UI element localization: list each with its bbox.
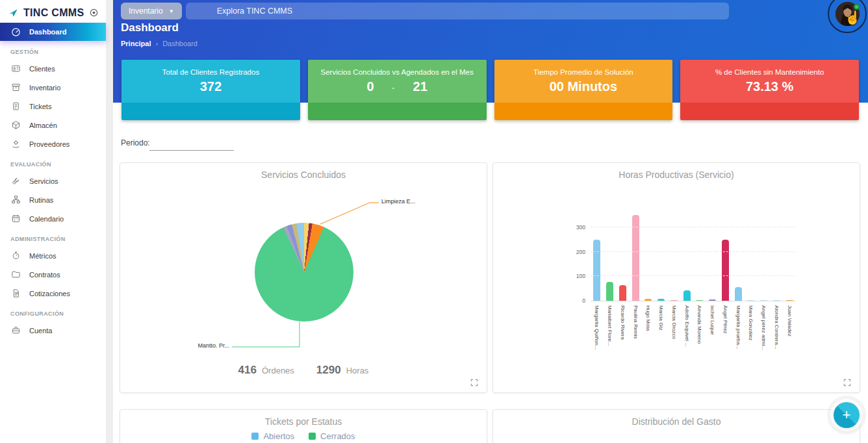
inventory-icon: [10, 82, 21, 93]
bar: [632, 215, 639, 301]
x-tick-label: Adolfo Esquivel ...: [684, 305, 690, 364]
x-tick-label: Mara González: [748, 305, 754, 364]
orders-value: 416: [238, 364, 257, 377]
bar-plot: [591, 216, 796, 301]
x-tick-label: Ixchel Luque: [709, 305, 715, 364]
sidebar-item-rutinas[interactable]: Rutinas: [0, 190, 106, 209]
kpi-total-clientes: Total de Clientes Registrados 372: [121, 60, 300, 120]
sidebar-item-label: Almacén: [29, 121, 57, 129]
context-dropdown-label: Inventario: [129, 6, 163, 16]
dashboard-icon: [10, 27, 21, 37]
sidebar-item-clientes[interactable]: Clientes: [0, 59, 106, 78]
user-menu[interactable]: ☝: [828, 0, 867, 33]
sidebar-item-almacen[interactable]: Almacén: [0, 116, 106, 134]
bar: [709, 299, 716, 301]
bar: [696, 300, 703, 301]
kpi-label: % de Clientes sin Mantenimiento: [715, 68, 824, 76]
plus-icon: +: [843, 408, 851, 422]
sidebar-scrollbar[interactable]: [106, 0, 113, 443]
chart-title: Horas Productivas (Servicio): [493, 170, 860, 180]
kpi-label: Total de Clientes Registrados: [162, 68, 260, 76]
sidebar-section-gestion: GESTIÓN: [10, 49, 106, 55]
pie-totals: 416 Órdenes 1290 Horas: [120, 364, 487, 377]
sidebar-item-dashboard[interactable]: Dashboard: [0, 23, 106, 41]
sidebar-item-tickets[interactable]: Tickets: [0, 97, 106, 116]
periodo-label: Periodo:: [121, 138, 150, 147]
bar: [747, 300, 754, 301]
x-tick-label: Marialbert Flore...: [607, 305, 613, 364]
main-content: Inventario ▼ ☝ Dashboard Principal › Das…: [113, 0, 868, 443]
sidebar-item-proveedores[interactable]: Proveedores: [0, 134, 106, 153]
sidebar-item-inventario[interactable]: Inventario: [0, 78, 106, 97]
bar: [773, 300, 780, 301]
chart-title: Tickets por Estatus: [120, 416, 487, 427]
sidebar-section-administracion: ADMINISTRACIÓN: [10, 236, 106, 242]
metrics-icon: [10, 251, 21, 261]
kpi-footer: [494, 103, 673, 120]
sidebar-item-calendario[interactable]: Calendario: [0, 209, 106, 228]
sidebar-item-label: Tickets: [29, 103, 51, 110]
app-logo: TINC CMMS: [0, 0, 106, 21]
sidebar-section-configuracion: CONFIGURACIÓN: [10, 310, 106, 317]
quotes-icon: [10, 288, 21, 299]
orders-label: Órdenes: [262, 366, 294, 375]
kpi-footer: [308, 103, 487, 120]
context-dropdown-button[interactable]: Inventario ▼: [121, 3, 182, 19]
expand-icon[interactable]: [470, 378, 479, 387]
brand-name: TINC CMMS: [23, 7, 84, 19]
bar: [786, 300, 793, 301]
kpi-tiempo-promedio: Tiempo Promedio de Solución 00 Minutos: [494, 60, 673, 120]
x-tick-label: Margarita Quiñon...: [594, 305, 600, 364]
calendar-icon: [10, 214, 21, 224]
sidebar-toggle-icon[interactable]: [90, 8, 98, 17]
legend-swatch: [309, 433, 316, 440]
folder-icon: [10, 270, 21, 280]
sidebar-item-label: Inventario: [29, 84, 60, 92]
y-tick-label: 100: [576, 273, 585, 279]
sidebar-item-label: Cuenta: [29, 327, 52, 335]
sidebar-item-cotizaciones[interactable]: Cotizaciones: [0, 284, 106, 303]
legend-cerrados[interactable]: Cerrados: [309, 431, 355, 441]
bar: [619, 285, 626, 301]
kpi-servicios-vs-agendados: Servicios Concluidos vs Agendados en el …: [308, 60, 487, 120]
card-tickets-por-estatus: Tickets por Estatus Abiertos Cerrados: [120, 409, 487, 443]
bar: [645, 299, 652, 301]
y-tick-label: 300: [576, 224, 585, 231]
breadcrumb-separator: ›: [155, 40, 158, 47]
hours-label: Horas: [346, 366, 369, 375]
kpi-value: 73.13 %: [746, 79, 793, 94]
legend-abiertos[interactable]: Abiertos: [251, 431, 294, 441]
sidebar-item-cuenta[interactable]: Cuenta: [0, 321, 106, 340]
legend-swatch: [251, 433, 259, 440]
x-tick-label: Marcia Gtz: [658, 305, 664, 364]
bar: [683, 290, 691, 301]
card-servicios-concluidos: Servicios Concluidos Limpieza E... Mantt…: [120, 162, 487, 393]
sidebar-item-label: Cotizaciones: [29, 290, 70, 297]
sidebar-item-label: Calendario: [29, 215, 64, 223]
chevron-down-icon: ▼: [169, 8, 174, 14]
hours-value: 1290: [316, 364, 341, 377]
x-tick-label: Alondra Contrera...: [774, 305, 780, 364]
bar: [593, 240, 600, 301]
breadcrumb: Principal › Dashboard: [121, 40, 198, 47]
tickets-icon: [10, 101, 21, 112]
routines-icon: [10, 195, 21, 205]
chart-title: Servicios Concluidos: [120, 170, 487, 180]
legend-label: Cerrados: [320, 431, 355, 441]
add-button[interactable]: +: [834, 402, 860, 428]
legend-label: Abiertos: [263, 431, 294, 441]
x-tick-label: Marcia Orozco: [671, 305, 677, 364]
x-tick-label: Amanda Moreno: [696, 305, 702, 364]
expand-icon[interactable]: [843, 378, 852, 387]
sidebar: TINC CMMS Dashboard GESTIÓN Clientes Inv…: [0, 0, 106, 443]
periodo-input[interactable]: [149, 134, 234, 151]
card-horas-productivas: Horas Productivas (Servicio) 0100200300 …: [492, 162, 860, 393]
breadcrumb-root[interactable]: Principal: [121, 40, 151, 47]
sidebar-item-label: Rutinas: [29, 196, 53, 204]
sidebar-item-metricos[interactable]: Métricos: [0, 246, 106, 265]
sidebar-item-servicios[interactable]: Servicios: [0, 171, 106, 190]
sidebar-item-contratos[interactable]: Contratos: [0, 265, 106, 284]
kpi-separator: ·: [392, 84, 395, 93]
search-input[interactable]: [186, 3, 729, 19]
briefcase-icon: [10, 325, 21, 336]
